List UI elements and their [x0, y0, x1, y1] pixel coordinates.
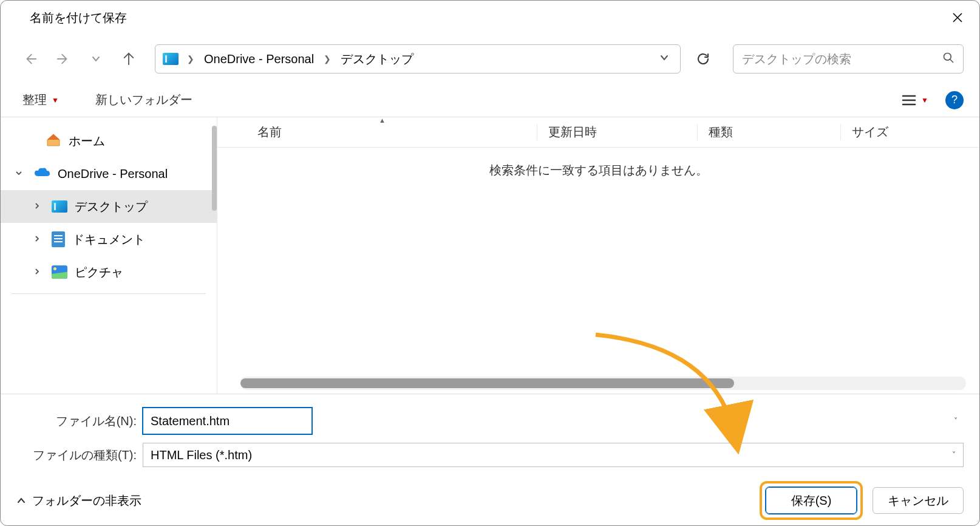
documents-icon — [52, 231, 65, 247]
dialog-footer: フォルダーの非表示 保存(S) キャンセル — [1, 482, 979, 525]
filetype-select[interactable]: HTML Files (*.htm) ˅ — [143, 443, 964, 467]
toolbar: 整理▼ 新しいフォルダー ▼ ? — [1, 83, 979, 117]
sidebar-item-label: ピクチャ — [75, 264, 123, 281]
pictures-icon — [52, 265, 67, 279]
arrow-right-icon — [56, 52, 70, 66]
sort-ascending-icon: ▲ — [379, 117, 386, 124]
refresh-icon — [696, 52, 710, 66]
cancel-button[interactable]: キャンセル — [873, 487, 964, 514]
sidebar-scrollbar[interactable] — [212, 126, 217, 211]
sidebar-item-label: デスクトップ — [75, 199, 148, 215]
arrow-up-icon — [122, 52, 135, 66]
column-header-name[interactable]: ▲ 名前 — [251, 124, 537, 140]
chevron-right-icon[interactable] — [33, 235, 44, 244]
search-box[interactable] — [733, 44, 964, 73]
dialog-title: 名前を付けて保存 — [30, 10, 127, 26]
sidebar-separator — [12, 293, 206, 294]
recent-locations-button[interactable] — [82, 45, 110, 73]
up-button[interactable] — [115, 45, 143, 73]
breadcrumb-desktop[interactable]: デスクトップ — [339, 49, 415, 70]
empty-list-message: 検索条件に一致する項目はありません。 — [217, 148, 979, 193]
column-header-date[interactable]: 更新日時 — [537, 124, 697, 140]
sidebar-item-desktop[interactable]: デスクトップ — [1, 190, 217, 223]
view-options-button[interactable]: ▼ — [896, 91, 934, 110]
column-headers: ▲ 名前 更新日時 種類 サイズ — [217, 117, 979, 148]
filename-label: ファイル名(N): — [16, 413, 143, 429]
titlebar: 名前を付けて保存 — [1, 1, 979, 35]
help-button[interactable]: ? — [945, 91, 964, 109]
back-button[interactable] — [16, 45, 44, 73]
body: ホーム OneDrive - Personal デスクトップ ドキュメント ピク — [1, 117, 979, 394]
sidebar-item-documents[interactable]: ドキュメント — [1, 223, 217, 256]
help-icon: ? — [951, 94, 958, 106]
forward-button[interactable] — [49, 45, 77, 73]
chevron-right-icon: ❯ — [185, 54, 197, 64]
chevron-right-icon: ❯ — [321, 54, 333, 64]
filename-row: ファイル名(N): ˅ — [16, 408, 964, 434]
chevron-down-icon: ˅ — [952, 451, 956, 459]
column-header-size[interactable]: サイズ — [840, 124, 979, 140]
sidebar-item-pictures[interactable]: ピクチャ — [1, 256, 217, 289]
chevron-right-icon[interactable] — [33, 202, 44, 211]
list-view-icon — [902, 94, 916, 106]
navigation-pane: ホーム OneDrive - Personal デスクトップ ドキュメント ピク — [1, 117, 217, 394]
home-icon — [46, 132, 61, 150]
new-folder-button[interactable]: 新しいフォルダー — [89, 88, 199, 112]
chevron-down-icon — [659, 53, 669, 63]
chevron-down-icon: ˅ — [954, 417, 958, 425]
onedrive-cloud-icon — [33, 166, 50, 182]
chevron-down-icon[interactable] — [15, 169, 26, 179]
location-folder-icon — [163, 53, 179, 65]
sidebar-item-onedrive[interactable]: OneDrive - Personal — [1, 157, 217, 190]
search-input[interactable] — [742, 52, 942, 66]
column-header-type[interactable]: 種類 — [697, 124, 840, 140]
refresh-button[interactable] — [689, 45, 717, 73]
close-button[interactable] — [943, 3, 972, 32]
address-history-button[interactable] — [656, 49, 673, 69]
horizontal-scrollbar[interactable] — [240, 377, 966, 390]
sidebar-item-label: ホーム — [69, 133, 105, 149]
scrollbar-thumb[interactable] — [240, 378, 734, 388]
caret-down-icon: ▼ — [921, 96, 928, 104]
organize-menu[interactable]: 整理▼ — [16, 88, 65, 112]
save-as-dialog: 名前を付けて保存 ❯ OneDrive - Personal ❯ デスクトップ … — [0, 0, 980, 526]
navigation-row: ❯ OneDrive - Personal ❯ デスクトップ — [1, 35, 979, 83]
desktop-folder-icon — [52, 200, 67, 213]
search-icon[interactable] — [942, 52, 954, 66]
breadcrumb-onedrive[interactable]: OneDrive - Personal — [203, 50, 315, 69]
arrow-left-icon — [24, 52, 37, 66]
sidebar-item-home[interactable]: ホーム — [1, 125, 217, 157]
address-bar[interactable]: ❯ OneDrive - Personal ❯ デスクトップ — [155, 44, 681, 73]
save-fields-panel: ファイル名(N): ˅ ファイルの種類(T): HTML Files (*.ht… — [1, 394, 979, 482]
caret-down-icon: ▼ — [52, 96, 59, 104]
file-list-area: ▲ 名前 更新日時 種類 サイズ 検索条件に一致する項目はありません。 — [217, 117, 979, 394]
filetype-row: ファイルの種類(T): HTML Files (*.htm) ˅ — [16, 443, 964, 467]
chevron-right-icon[interactable] — [33, 268, 44, 277]
save-button[interactable]: 保存(S) — [766, 487, 857, 514]
filename-input[interactable] — [143, 408, 312, 434]
close-icon — [952, 12, 963, 23]
filetype-label: ファイルの種類(T): — [16, 447, 143, 463]
save-button-annotation-highlight: 保存(S) — [760, 481, 863, 520]
chevron-down-icon — [91, 54, 101, 64]
sidebar-item-label: OneDrive - Personal — [58, 167, 168, 181]
hide-folders-toggle[interactable]: フォルダーの非表示 — [16, 493, 141, 509]
chevron-up-icon — [16, 496, 26, 505]
sidebar-item-label: ドキュメント — [72, 231, 145, 248]
